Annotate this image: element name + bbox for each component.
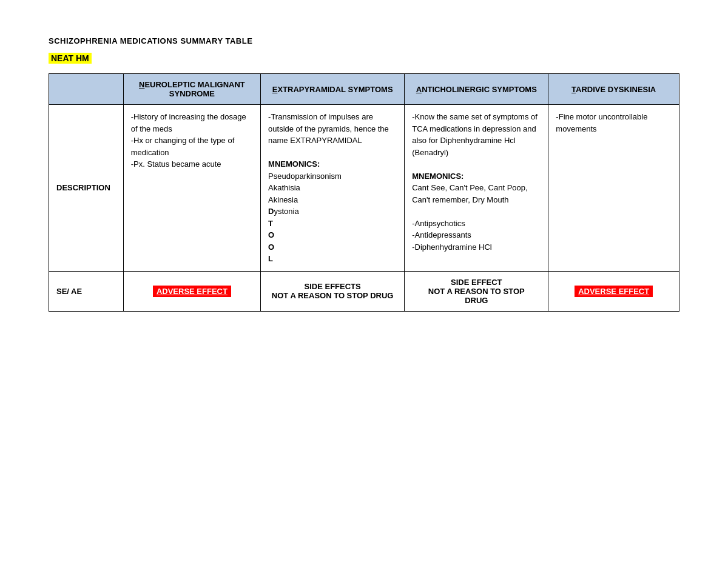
eps-se-cell: SIDE EFFECTSNOT A REASON TO STOP DRUG [261,271,405,311]
header-col0 [49,74,124,105]
td-se-cell: ADVERSE EFFECT [548,271,679,311]
se-ae-row: SE/ AE ADVERSE EFFECT SIDE EFFECTSNOT A … [49,271,679,311]
header-nms: NEUROLEPTIC MALIGNANT SYNDROME [123,74,260,105]
eps-mnemonic-6: O [268,230,274,239]
anticholinergic-description-cell: -Know the same set of symptoms of TCA me… [405,105,548,272]
anticholinergic-drug-1: -Antipsychotics [412,219,465,228]
anticholinergic-mnemonics-text: Cant See, Can't Pee, Cant Poop, Can't re… [412,183,527,204]
eps-mnemonic-8: L [268,254,273,263]
td-description-cell: -Fine motor uncontrollable movements [548,105,679,272]
eps-mnemonic-2: Akathisia [268,183,300,192]
eps-mnemonic-7: O [268,243,274,252]
nms-se-cell: ADVERSE EFFECT [123,271,260,311]
eps-mnemonic-1: Pseudoparkinsonism [268,172,342,181]
nms-description-cell: -History of increasing the dosage of the… [123,105,260,272]
se-ae-label: SE/ AE [49,271,124,311]
header-td: TARDIVE DYSKINESIA [548,74,679,105]
eps-mnemonic-4: Dystonia [268,207,299,216]
eps-mnemonic-5: T [268,219,273,228]
header-anticholinergic: ANTICHOLINERGIC SYMPTOMS [405,74,548,105]
anticholinergic-mnemonics-label: MNEMONICS: [412,172,463,181]
anticholinergic-drug-3: -Diphenhydramine HCl [412,243,492,252]
anticholinergic-se-cell: SIDE EFFECTNOT A REASON TO STOPDRUG [405,271,548,311]
description-label: DESCRIPTION [49,105,124,272]
neat-hm-label: NEAT HM [49,53,92,64]
description-row: DESCRIPTION -History of increasing the d… [49,105,679,272]
eps-mnemonic-3: Akinesia [268,195,298,204]
page-title: SCHIZOPHRENIA MEDICATIONS SUMMARY TABLE [49,36,679,45]
summary-table: NEUROLEPTIC MALIGNANT SYNDROME EXTRAPYRA… [49,73,679,312]
td-adverse-effect-badge: ADVERSE EFFECT [575,286,653,297]
header-eps: EXTRAPYRAMIDAL SYMPTOMS [261,74,405,105]
eps-description-cell: -Transmission of impulses are outside of… [261,105,405,272]
eps-mnemonics-label: MNEMONICS: [268,159,320,169]
anticholinergic-drug-2: -Antidepressants [412,230,471,239]
nms-adverse-effect-badge: ADVERSE EFFECT [153,286,231,297]
